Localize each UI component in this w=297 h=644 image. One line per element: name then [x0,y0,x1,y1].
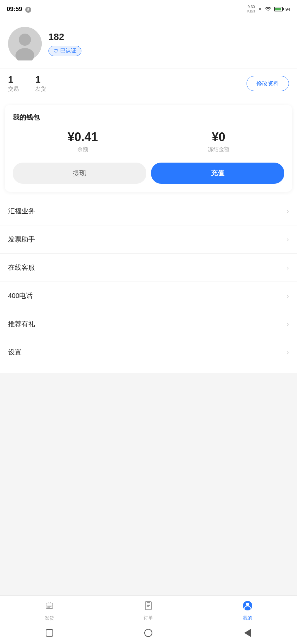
status-time: 09:59 5 [7,6,31,13]
back-circle-button[interactable] [144,629,153,637]
menu-item-settings[interactable]: 设置 › [0,338,297,366]
frozen-value: ¥0 [212,130,225,144]
network-speed: 9.30KB/s [247,5,255,13]
notification-icon: ✕ [258,6,262,12]
balance-value: ¥0.41 [68,130,98,144]
my-tab-icon [242,600,253,613]
wallet-amounts: ¥0.41 余额 ¥0 冻结金额 [13,130,284,153]
withdraw-button[interactable]: 提现 [13,163,146,184]
back-button[interactable] [243,629,252,637]
chevron-right-icon: › [287,264,289,271]
notification-badge: 5 [25,7,31,13]
svg-rect-13 [147,602,150,603]
avatar-image [8,27,42,60]
menu-item-invoice[interactable]: 发票助手 › [0,225,297,254]
wifi-icon [265,6,271,12]
wallet-actions: 提现 充值 [13,163,284,184]
battery-percent: 94 [286,7,290,12]
tab-my[interactable]: 我的 [198,600,297,621]
tab-order[interactable]: 订单 [99,600,198,621]
status-bar: 09:59 5 9.30KB/s ✕ 94 [0,0,297,17]
menu-label-phone: 400电话 [8,291,33,300]
wallet-card: 我的钱包 ¥0.41 余额 ¥0 冻结金额 提现 充值 [5,105,292,192]
menu-item-huifu[interactable]: 汇福业务 › [0,197,297,225]
menu-item-service[interactable]: 在线客服 › [0,254,297,282]
main-content: 182 🛡 已认证 1 交易 1 发货 修改资料 我的钱包 ¥0.41 余额 [0,17,297,373]
bottom-nav: 发货 订单 [0,595,297,644]
tab-my-label: 我的 [243,615,252,621]
tab-ship-label: 发货 [45,615,54,621]
wallet-title: 我的钱包 [13,113,284,122]
balance-item: ¥0.41 余额 [68,130,98,153]
frozen-item: ¥0 冻结金额 [208,130,229,153]
menu-item-referral[interactable]: 推荐有礼 › [0,310,297,338]
stats-row: 1 交易 1 发货 修改资料 [0,69,297,99]
stat-divider [27,77,27,90]
verified-badge: 🛡 已认证 [48,46,81,56]
ship-count: 1 [35,74,41,85]
circle-icon [144,629,152,637]
menu-list: 汇福业务 › 发票助手 › 在线客服 › 400电话 › 推荐有礼 › 设置 › [0,197,297,366]
trade-stat: 1 交易 [8,74,19,93]
frozen-label: 冻结金额 [208,146,229,153]
ship-tab-icon [44,600,55,613]
chevron-right-icon: › [287,235,289,243]
status-indicators: 9.30KB/s ✕ 94 [247,5,290,13]
menu-label-service: 在线客服 [8,263,35,272]
chevron-right-icon: › [287,207,289,215]
shield-icon: 🛡 [53,48,59,54]
square-icon [46,629,53,637]
menu-label-referral: 推荐有礼 [8,319,35,329]
chevron-right-icon: › [287,292,289,300]
chevron-right-icon: › [287,348,289,356]
svg-point-1 [19,34,31,46]
profile-section: 182 🛡 已认证 [0,17,297,69]
edit-profile-button[interactable]: 修改资料 [247,76,289,91]
menu-label-settings: 设置 [8,348,22,357]
menu-item-phone[interactable]: 400电话 › [0,282,297,310]
chevron-right-icon: › [287,320,289,328]
avatar [8,27,42,60]
ship-stat: 1 发货 [35,74,46,93]
svg-point-15 [246,603,249,606]
system-nav [0,624,297,644]
trade-count: 1 [8,74,13,85]
ship-label: 发货 [35,86,46,93]
verified-label: 已认证 [60,47,76,54]
balance-label: 余额 [77,146,88,153]
battery-icon [274,7,283,11]
profile-name: 182 [48,32,289,42]
tab-ship[interactable]: 发货 [0,600,99,621]
trade-label: 交易 [8,86,19,93]
tab-order-label: 订单 [144,615,153,621]
profile-info: 182 🛡 已认证 [48,32,289,56]
menu-label-huifu: 汇福业务 [8,207,35,216]
order-tab-icon [143,600,154,613]
back-triangle-icon [244,629,251,637]
menu-label-invoice: 发票助手 [8,235,35,244]
home-button[interactable] [45,629,54,637]
recharge-button[interactable]: 充值 [151,163,285,184]
nav-tabs: 发货 订单 [0,596,297,624]
